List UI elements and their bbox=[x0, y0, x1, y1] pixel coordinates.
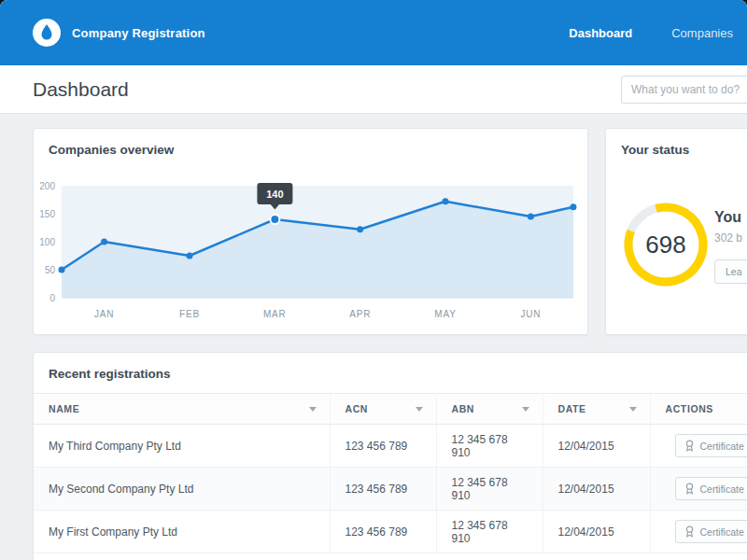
table-row: My Second Company Pty Ltd 123 456 789 12… bbox=[34, 468, 747, 511]
page-title: Dashboard bbox=[33, 78, 129, 101]
svg-text:FEB: FEB bbox=[179, 309, 200, 319]
certificate-button-label: Certificate bbox=[700, 483, 744, 495]
actions-cell: Certificate bbox=[650, 425, 747, 468]
abn-cell: 12 345 678 910 bbox=[436, 468, 543, 511]
companies-overview-chart: 050100150200JANFEBMARAPRMAYJUN140 bbox=[34, 170, 589, 336]
company-name-cell: My First Company Pty Ltd bbox=[34, 511, 330, 553]
svg-text:200: 200 bbox=[39, 181, 55, 191]
table-row: My First Company Pty Ltd 123 456 789 12 … bbox=[34, 511, 747, 553]
column-header-acn[interactable]: ACN bbox=[330, 394, 436, 425]
status-card: Your status 698 You 302 b Lea bbox=[605, 128, 747, 335]
svg-text:JUN: JUN bbox=[520, 309, 541, 319]
actions-cell: Certificate bbox=[650, 511, 747, 553]
company-name-cell: My Third Company Pty Ltd bbox=[34, 425, 330, 468]
status-text: You 302 b Lea bbox=[714, 209, 747, 284]
nav-item-dashboard[interactable]: Dashboard bbox=[569, 26, 632, 40]
column-label: ABN bbox=[452, 403, 475, 414]
sort-down-icon[interactable] bbox=[309, 407, 317, 412]
svg-text:JAN: JAN bbox=[94, 309, 114, 319]
app-title: Company Registration bbox=[72, 26, 205, 40]
certificate-button[interactable]: Certificate bbox=[675, 477, 747, 500]
score-gauge: 698 bbox=[621, 200, 711, 289]
topbar: Company Registration Dashboard Companies bbox=[0, 0, 747, 65]
search-input[interactable] bbox=[621, 76, 747, 104]
svg-text:140: 140 bbox=[266, 189, 283, 200]
column-header-actions: ACTIONS bbox=[650, 394, 747, 425]
column-label: DATE bbox=[558, 403, 586, 414]
abn-cell: 12 345 678 910 bbox=[436, 511, 543, 553]
svg-text:0: 0 bbox=[49, 293, 55, 303]
top-nav: Dashboard Companies bbox=[569, 26, 733, 40]
sort-down-icon[interactable] bbox=[522, 407, 529, 412]
certificate-button-label: Certificate bbox=[700, 526, 744, 538]
recent-registrations-card: Recent registrations NAME ACN bbox=[33, 352, 747, 560]
certificate-button[interactable]: Certificate bbox=[675, 434, 747, 457]
status-heading: You bbox=[714, 209, 747, 226]
registrations-table: NAME ACN ABN DATE bbox=[34, 393, 747, 553]
column-label: NAME bbox=[49, 403, 79, 414]
column-label: ACN bbox=[345, 403, 369, 414]
svg-text:50: 50 bbox=[45, 265, 56, 275]
certificate-icon bbox=[684, 440, 695, 452]
status-card-title: Your status bbox=[606, 129, 747, 157]
svg-text:100: 100 bbox=[39, 237, 55, 247]
column-label: ACTIONS bbox=[666, 403, 713, 414]
column-header-name[interactable]: NAME bbox=[34, 394, 330, 425]
actions-cell: Certificate bbox=[650, 468, 747, 511]
status-subtext: 302 b bbox=[714, 231, 747, 245]
svg-text:698: 698 bbox=[645, 231, 685, 259]
svg-text:MAY: MAY bbox=[434, 309, 456, 319]
certificate-icon bbox=[684, 525, 695, 538]
company-name-cell: My Second Company Pty Ltd bbox=[34, 468, 330, 511]
learn-more-button[interactable]: Lea bbox=[714, 259, 747, 284]
sort-down-icon[interactable] bbox=[416, 407, 423, 412]
companies-overview-card: Companies overview 050100150200JANFEBMAR… bbox=[33, 128, 588, 335]
svg-text:APR: APR bbox=[349, 309, 371, 319]
certificate-icon bbox=[684, 483, 695, 495]
acn-cell: 123 456 789 bbox=[330, 468, 436, 511]
page-header: Dashboard bbox=[0, 65, 747, 114]
brand[interactable]: Company Registration bbox=[33, 19, 205, 47]
date-cell: 12/04/2015 bbox=[543, 468, 650, 511]
registrations-card-title: Recent registrations bbox=[34, 353, 747, 381]
registrations-table-body: My Third Company Pty Ltd 123 456 789 12 … bbox=[34, 425, 747, 553]
certificate-button[interactable]: Certificate bbox=[675, 520, 747, 543]
column-header-abn[interactable]: ABN bbox=[436, 394, 543, 425]
overview-card-title: Companies overview bbox=[34, 129, 587, 157]
date-cell: 12/04/2015 bbox=[543, 511, 650, 553]
acn-cell: 123 456 789 bbox=[330, 425, 436, 468]
svg-text:150: 150 bbox=[39, 209, 55, 219]
nav-item-companies[interactable]: Companies bbox=[671, 26, 733, 40]
svg-text:MAR: MAR bbox=[263, 309, 287, 319]
acn-cell: 123 456 789 bbox=[330, 511, 436, 553]
app-window: Company Registration Dashboard Companies… bbox=[0, 0, 747, 560]
droplet-logo-icon bbox=[33, 19, 61, 47]
sort-down-icon[interactable] bbox=[629, 407, 637, 412]
certificate-button-label: Certificate bbox=[700, 441, 744, 452]
table-header-row: NAME ACN ABN DATE bbox=[34, 394, 747, 425]
abn-cell: 12 345 678 910 bbox=[436, 425, 543, 468]
date-cell: 12/04/2015 bbox=[543, 425, 650, 468]
table-row: My Third Company Pty Ltd 123 456 789 12 … bbox=[34, 425, 747, 468]
column-header-date[interactable]: DATE bbox=[543, 394, 650, 425]
